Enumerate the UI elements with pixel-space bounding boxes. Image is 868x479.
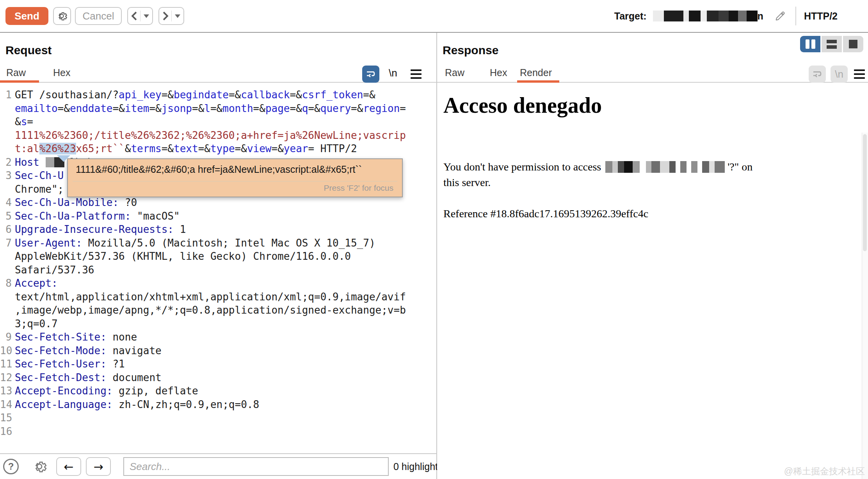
editor-row[interactable]: t:al%26%23x65;rt``&terms=&text=&type=&vi…	[0, 142, 436, 156]
render-paragraph: You don't have permission to access '?" …	[443, 159, 752, 190]
layout-rows-button[interactable]	[822, 36, 842, 52]
send-button[interactable]: Send	[5, 7, 48, 25]
line-number: 5	[0, 209, 12, 223]
menu-icon	[854, 69, 865, 71]
line-number: 1	[0, 88, 12, 102]
chevron-left-icon	[128, 11, 140, 21]
single-layout-icon	[849, 40, 857, 48]
gear-icon	[56, 10, 68, 22]
editor-row[interactable]: 16	[0, 425, 436, 438]
layout-columns-button[interactable]	[800, 36, 820, 52]
editor-row[interactable]: 1111%26%2360;/title%26%2362;%26%2360;a+h…	[0, 129, 436, 142]
search-settings-button[interactable]	[32, 459, 47, 474]
response-panel: Response Raw Hex Render \n	[437, 33, 868, 479]
response-menu-button[interactable]	[854, 69, 865, 79]
editor-row[interactable]: 14Accept-Language: zh-CN,zh;q=0.9,en;q=0…	[0, 398, 436, 412]
edit-target-button[interactable]	[772, 8, 788, 24]
show-newlines-toggle[interactable]: \n	[389, 67, 397, 79]
search-input[interactable]	[123, 457, 389, 476]
line-number: 8	[0, 277, 12, 290]
render-para-prefix: You don't have permission to access	[443, 159, 604, 175]
word-wrap-icon	[365, 68, 377, 80]
editor-row[interactable]: 10Sec-Fetch-Mode: navigate	[0, 344, 436, 358]
render-paragraph-line1: You don't have permission to access '?" …	[443, 159, 752, 175]
response-tab-render[interactable]: Render	[520, 67, 552, 78]
request-tab-raw[interactable]: Raw	[6, 67, 26, 78]
editor-row[interactable]: emailto=&enddate=&item=&jsonp=&l=&month=…	[0, 102, 436, 115]
line-number: 16	[0, 425, 12, 438]
line-number: 9	[0, 330, 12, 344]
line-number: 11	[0, 357, 12, 371]
target-zone: Target: n HTTP/2	[614, 7, 868, 25]
editor-row[interactable]: 4Sec-Ch-Ua-Mobile: ?0	[0, 196, 436, 209]
response-tab-raw[interactable]: Raw	[445, 67, 464, 78]
response-tab-hex[interactable]: Hex	[490, 67, 507, 78]
editor-row[interactable]: 11Sec-Fetch-User: ?1	[0, 357, 436, 371]
pencil-icon	[774, 9, 785, 23]
columns-layout-icon	[806, 39, 815, 49]
line-number: 13	[0, 384, 12, 398]
response-show-newlines-toggle[interactable]: \n	[831, 66, 848, 83]
line-number: 14	[0, 398, 12, 412]
request-tab-hex[interactable]: Hex	[53, 67, 70, 78]
request-editor[interactable]: 1GET /southasian/?api_key=&begindate=&ca…	[0, 83, 436, 453]
toolbar-divider	[795, 7, 796, 25]
line-number: 3	[0, 169, 12, 183]
cancel-button[interactable]: Cancel	[75, 7, 122, 25]
layout-single-button[interactable]	[843, 36, 863, 52]
top-toolbar: Send Cancel Target: n	[0, 0, 868, 33]
response-render-view: Acceso denegado You don't have permissio…	[437, 83, 868, 479]
tooltip-divider	[73, 181, 397, 182]
scrollbar-thumb[interactable]	[863, 134, 867, 251]
dropdown-caret-icon[interactable]	[144, 14, 149, 18]
request-settings-button[interactable]	[53, 7, 71, 25]
render-para-suffix: '?" on	[725, 159, 752, 175]
editor-row[interactable]: 9Sec-Fetch-Site: none	[0, 330, 436, 344]
editor-row[interactable]: 13Accept-Encoding: gzip, deflate	[0, 384, 436, 398]
response-word-wrap-toggle[interactable]	[809, 66, 826, 83]
line-number: 7	[0, 236, 12, 250]
render-reference: Reference #18.8f6adc17.1695139262.39effc…	[443, 208, 648, 220]
editor-row[interactable]: ,image/webp,image/apng,*/*;q=0.8,applica…	[0, 303, 436, 317]
word-wrap-icon	[811, 68, 823, 80]
line-number: 4	[0, 196, 12, 209]
request-menu-button[interactable]	[411, 69, 422, 79]
editor-row[interactable]: AppleWebKit/537.36 (KHTML, like Gecko) C…	[0, 250, 436, 263]
menu-icon	[411, 69, 422, 71]
dropdown-caret-icon[interactable]	[175, 14, 180, 18]
rows-layout-icon	[827, 40, 837, 49]
editor-row[interactable]: 8Accept:	[0, 277, 436, 290]
word-wrap-toggle[interactable]	[362, 66, 379, 83]
gear-icon	[32, 459, 47, 474]
chevron-right-icon	[159, 11, 171, 21]
editor-row[interactable]: 3;q=0.7	[0, 317, 436, 331]
editor-row[interactable]: 1GET /southasian/?api_key=&begindate=&ca…	[0, 88, 436, 102]
main-split: Request Raw Hex \n 1GET /southasian/?api…	[0, 33, 868, 479]
protocol-selector[interactable]: HTTP/2	[804, 11, 838, 22]
newline-icon: \n	[835, 68, 843, 80]
arrow-right-icon: →	[93, 460, 103, 474]
editor-row[interactable]: text/html,application/xhtml+xml,applicat…	[0, 290, 436, 304]
editor-row[interactable]: 15	[0, 411, 436, 425]
arrow-left-icon: ←	[64, 460, 73, 474]
history-back-button[interactable]	[127, 7, 153, 25]
editor-row[interactable]: 12Sec-Fetch-Dest: document	[0, 371, 436, 385]
help-icon[interactable]: ?	[3, 459, 19, 474]
render-paragraph-line2: this server.	[443, 175, 752, 190]
button-divider	[171, 11, 172, 21]
search-previous-button[interactable]: ←	[56, 457, 81, 476]
request-editor-lines: 1GET /southasian/?api_key=&begindate=&ca…	[0, 88, 436, 438]
history-forward-button[interactable]	[158, 7, 184, 25]
button-divider	[140, 11, 141, 21]
search-next-button[interactable]: →	[86, 457, 111, 476]
editor-row[interactable]: 7User-Agent: Mozilla/5.0 (Macintosh; Int…	[0, 236, 436, 250]
editor-row[interactable]: 5Sec-Ch-Ua-Platform: "macOS"	[0, 209, 436, 223]
editor-row[interactable]: &s=	[0, 115, 436, 129]
editor-row[interactable]: 6Upgrade-Insecure-Requests: 1	[0, 223, 436, 236]
response-scrollbar[interactable]	[862, 133, 868, 479]
target-host-suffix: n	[758, 11, 763, 22]
editor-row[interactable]: Safari/537.36	[0, 263, 436, 277]
line-number: 6	[0, 223, 12, 236]
tooltip-decoded-value: 1111&#60;/title&#62;&#60;a href=ja&NewLi…	[76, 164, 362, 175]
render-redacted-url	[605, 161, 725, 173]
